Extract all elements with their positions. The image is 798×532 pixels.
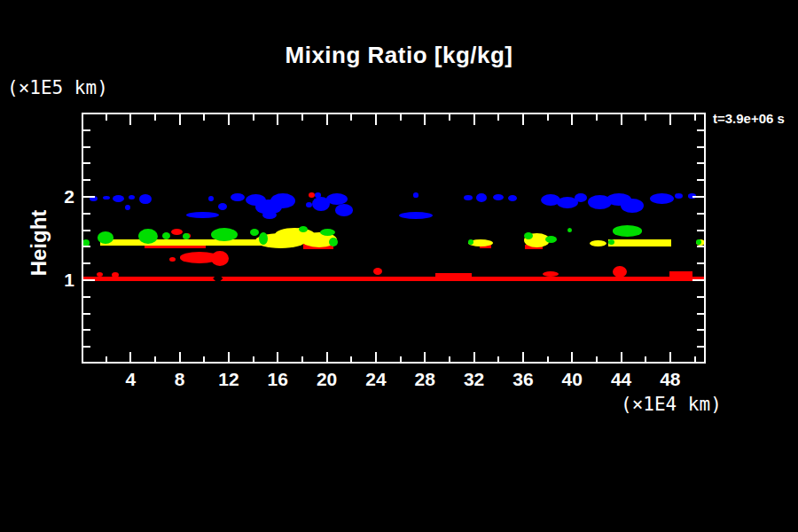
- mixing-ratio-layer-yellow-blob: [590, 240, 606, 246]
- x-major-tick-top: [424, 114, 426, 125]
- mixing-ratio-layer-red-blob: [169, 257, 176, 262]
- y-minor-tick-right: [697, 146, 704, 148]
- x-major-tick: [129, 352, 131, 362]
- mixing-ratio-layer-green-blob: [613, 225, 642, 236]
- x-major-tick-top: [375, 114, 377, 125]
- x-tick-label: 40: [552, 369, 591, 390]
- x-major-tick: [277, 352, 278, 362]
- y-minor-tick: [83, 179, 90, 181]
- y-axis-unit-label: (×1E5 km): [7, 77, 108, 98]
- mixing-ratio-layer-green-blob: [329, 238, 338, 246]
- mixing-ratio-layer-blue-blob: [675, 193, 683, 199]
- mixing-ratio-layer-green-blob: [545, 236, 557, 243]
- x-minor-tick-top: [301, 114, 303, 121]
- mixing-ratio-layer-blue-blob: [508, 195, 517, 201]
- x-minor-tick-top: [645, 114, 646, 121]
- x-tick-label: 12: [209, 369, 248, 390]
- y-minor-tick-right: [697, 296, 704, 298]
- mixing-ratio-layer-blue-blob: [575, 193, 587, 202]
- x-major-tick: [179, 352, 181, 362]
- mixing-ratio-layer-blue-blob: [493, 194, 504, 200]
- x-minor-tick: [449, 356, 450, 362]
- y-minor-tick: [83, 230, 90, 231]
- mixing-ratio-layer-blue-blob: [208, 196, 214, 201]
- mixing-ratio-layer-blue-blob: [139, 194, 152, 204]
- y-minor-tick-right: [697, 230, 704, 231]
- x-minor-tick: [497, 356, 499, 362]
- y-minor-tick: [83, 313, 90, 315]
- y-major-tick: [83, 196, 95, 198]
- y-minor-tick-right: [697, 313, 704, 315]
- mixing-ratio-layer-blue-blob: [464, 195, 473, 200]
- x-minor-tick-top: [400, 114, 402, 121]
- y-minor-tick-right: [697, 162, 704, 164]
- x-major-tick: [571, 352, 573, 362]
- x-minor-tick: [154, 356, 156, 362]
- mixing-ratio-layer-red-blob: [211, 251, 229, 266]
- y-minor-tick-right: [697, 179, 704, 181]
- x-tick-label: 4: [111, 369, 150, 390]
- x-minor-tick-top: [497, 114, 499, 121]
- y-minor-tick: [83, 162, 90, 164]
- plot-area: [82, 113, 706, 364]
- y-tick-label: 1: [48, 270, 74, 291]
- x-tick-label: 36: [504, 369, 543, 390]
- plot-title: Mixing Ratio [kg/kg]: [0, 42, 798, 69]
- x-tick-label: 28: [405, 369, 444, 390]
- y-minor-tick-right: [697, 346, 704, 348]
- x-major-tick-top: [621, 114, 622, 125]
- mixing-ratio-layer-blue-blob: [103, 196, 110, 200]
- y-minor-tick: [83, 296, 90, 298]
- y-minor-tick: [83, 113, 90, 114]
- x-major-tick-top: [571, 114, 573, 125]
- x-tick-label: 8: [160, 369, 200, 390]
- mixing-ratio-layer-green-blob: [98, 231, 113, 243]
- x-major-tick: [326, 352, 328, 362]
- x-major-tick: [621, 352, 622, 362]
- y-minor-tick-right: [697, 329, 704, 331]
- x-minor-tick-top: [449, 114, 450, 121]
- x-major-tick: [669, 352, 671, 362]
- x-major-tick: [375, 352, 377, 362]
- mixing-ratio-layer-blue-blob: [262, 211, 277, 219]
- mixing-ratio-layer-blue-blob: [306, 202, 312, 207]
- mixing-ratio-layer-blue-blob: [621, 199, 644, 213]
- y-minor-tick-right: [697, 262, 704, 264]
- x-tick-label: 44: [602, 369, 641, 390]
- mixing-ratio-layer-blue-blob: [218, 203, 227, 210]
- mixing-ratio-layer-green-blob: [162, 232, 170, 239]
- mixing-ratio-layer-blue-blob: [186, 212, 219, 218]
- red-line-pinch-black-blob: [213, 274, 223, 284]
- mixing-ratio-layer-green-blob: [138, 229, 158, 244]
- x-major-tick-top: [669, 114, 671, 125]
- y-minor-tick-right: [697, 113, 704, 114]
- mixing-ratio-layer-green-blob: [183, 233, 190, 239]
- x-minor-tick-top: [694, 114, 696, 121]
- mixing-ratio-layer-blue-blob: [231, 193, 245, 201]
- y-minor-tick: [83, 346, 90, 348]
- mixing-ratio-layer-green-blob: [696, 239, 701, 245]
- y-minor-tick: [83, 213, 90, 215]
- x-minor-tick-top: [350, 114, 352, 121]
- mixing-ratio-layer-blue-blob: [650, 193, 674, 204]
- mixing-ratio-layer-blue-blob: [326, 193, 348, 205]
- time-annotation: t=3.9e+06 s: [713, 111, 785, 126]
- x-minor-tick: [253, 356, 254, 362]
- y-minor-tick: [83, 246, 90, 247]
- x-major-tick-top: [129, 114, 131, 125]
- y-minor-tick-right: [697, 246, 704, 247]
- plot-window: { "chart_data": { "type": "heatmap", "ti…: [0, 0, 798, 532]
- x-major-tick-top: [473, 114, 475, 125]
- x-minor-tick-top: [203, 114, 205, 121]
- x-minor-tick: [301, 356, 303, 362]
- mixing-ratio-layer-green-blob: [608, 239, 614, 245]
- x-tick-label: 16: [258, 369, 297, 390]
- x-tick-label: 24: [356, 369, 395, 390]
- y-minor-tick-right: [697, 129, 704, 131]
- mixing-ratio-layer-blue-blob: [476, 193, 487, 202]
- mixing-ratio-layer-blue-blob: [125, 205, 130, 210]
- y-tick-label: 2: [48, 186, 74, 207]
- mixing-ratio-layer-yellow-blob: [608, 239, 671, 246]
- x-minor-tick-top: [253, 114, 254, 121]
- mixing-ratio-layer-blue-blob: [399, 212, 433, 219]
